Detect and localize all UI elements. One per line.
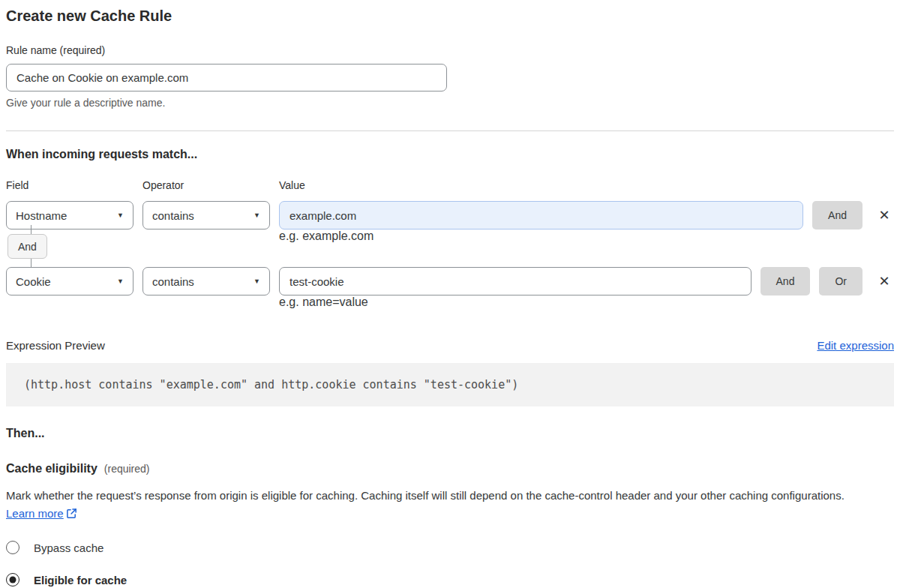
condition-row: Cookie ▼ contains ▼ e.g. name=value And … (6, 267, 894, 309)
rule-name-input[interactable] (6, 64, 447, 92)
remove-condition-button[interactable]: ✕ (874, 201, 894, 230)
operator-column-label: Operator (142, 179, 270, 191)
condition-row: Hostname ▼ contains ▼ e.g. example.com A… (6, 201, 894, 243)
and-button[interactable]: And (812, 201, 862, 230)
close-icon: ✕ (878, 273, 890, 290)
value-cell: e.g. example.com (279, 201, 803, 243)
expression-preview-label: Expression Preview (6, 339, 105, 352)
rule-name-label: Rule name (required) (6, 44, 894, 56)
field-select[interactable]: Cookie ▼ (6, 267, 134, 296)
condition-connector: And (6, 243, 894, 267)
operator-select[interactable]: contains ▼ (142, 201, 270, 230)
field-select-value: Cookie (16, 275, 51, 288)
chevron-down-icon: ▼ (254, 212, 260, 219)
value-hint: e.g. example.com (279, 230, 803, 243)
value-input[interactable] (279, 201, 803, 230)
expression-code-block: (http.host contains "example.com" and ht… (6, 363, 894, 406)
description-text: Mark whether the request’s response from… (6, 489, 844, 502)
radio-label: Eligible for cache (34, 574, 127, 586)
field-select-value: Hostname (16, 209, 67, 222)
radio-option-bypass-cache[interactable]: Bypass cache (6, 541, 894, 554)
value-hint: e.g. name=value (279, 296, 752, 309)
section-divider (6, 130, 894, 131)
value-column-label: Value (279, 179, 894, 191)
close-icon: ✕ (878, 207, 890, 224)
and-button[interactable]: And (760, 267, 811, 296)
chevron-down-icon: ▼ (254, 278, 260, 285)
value-cell: e.g. name=value (279, 267, 752, 309)
rule-name-help: Give your rule a descriptive name. (6, 97, 894, 109)
operator-select-value: contains (152, 209, 194, 222)
then-heading: Then... (6, 427, 894, 440)
condition-column-labels: Field Operator Value (6, 179, 894, 191)
chevron-down-icon: ▼ (117, 278, 124, 285)
expression-preview-header: Expression Preview Edit expression (6, 339, 894, 352)
match-heading: When incoming requests match... (6, 148, 894, 161)
rule-name-section: Rule name (required) Give your rule a de… (6, 44, 894, 109)
remove-condition-button[interactable]: ✕ (874, 267, 894, 296)
field-column-label: Field (6, 179, 134, 191)
chevron-down-icon: ▼ (117, 212, 124, 219)
or-button[interactable]: Or (819, 267, 862, 296)
radio-selected-icon[interactable] (6, 573, 20, 586)
field-select[interactable]: Hostname ▼ (6, 201, 134, 230)
learn-more-link[interactable]: Learn more (6, 507, 64, 520)
cache-eligibility-title: Cache eligibility (6, 462, 98, 476)
cache-eligibility-description: Mark whether the request’s response from… (6, 487, 872, 523)
operator-select[interactable]: contains ▼ (142, 267, 270, 296)
connector-and-chip[interactable]: And (8, 234, 47, 259)
edit-expression-link[interactable]: Edit expression (817, 339, 894, 352)
cache-eligibility-header: Cache eligibility (required) (6, 462, 894, 476)
external-link-icon (66, 508, 77, 519)
radio-label: Bypass cache (34, 542, 104, 554)
create-cache-rule-page: Create new Cache Rule Rule name (require… (0, 0, 900, 586)
value-input[interactable] (279, 267, 752, 296)
radio-unselected-icon[interactable] (6, 541, 20, 554)
required-tag: (required) (104, 463, 150, 475)
radio-option-eligible-for-cache[interactable]: Eligible for cache (6, 573, 894, 586)
operator-select-value: contains (152, 275, 194, 288)
page-title: Create new Cache Rule (6, 8, 894, 25)
